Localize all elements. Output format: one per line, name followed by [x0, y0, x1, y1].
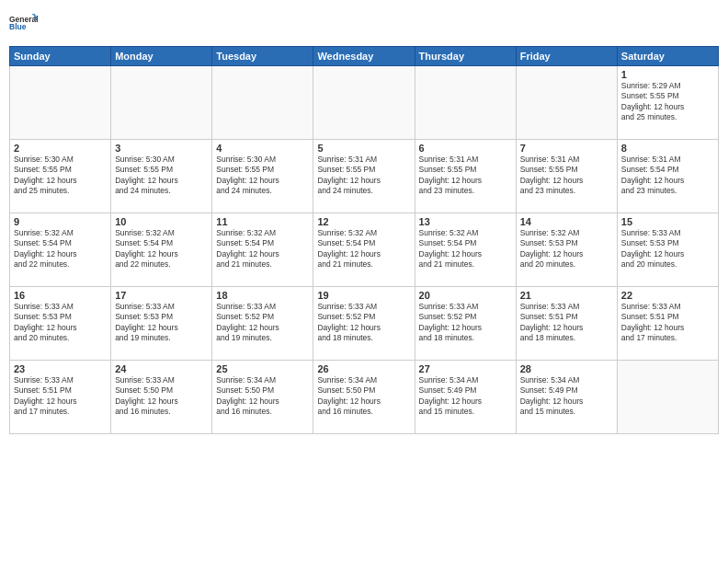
day-number: 2 — [14, 143, 107, 154]
calendar-day-cell — [313, 66, 415, 140]
calendar-day-cell: 18Sunrise: 5:33 AM Sunset: 5:52 PM Dayli… — [212, 287, 313, 361]
calendar-day-cell: 3Sunrise: 5:30 AM Sunset: 5:55 PM Daylig… — [111, 140, 212, 213]
day-info: Sunrise: 5:34 AM Sunset: 5:50 PM Dayligh… — [216, 375, 309, 418]
day-info: Sunrise: 5:33 AM Sunset: 5:53 PM Dayligh… — [115, 302, 208, 344]
calendar-day-cell: 9Sunrise: 5:32 AM Sunset: 5:54 PM Daylig… — [10, 213, 111, 287]
calendar-day-cell: 7Sunrise: 5:31 AM Sunset: 5:55 PM Daylig… — [516, 140, 617, 213]
day-number: 21 — [520, 290, 613, 301]
weekday-header-friday: Friday — [516, 47, 617, 66]
calendar-day-cell: 26Sunrise: 5:34 AM Sunset: 5:50 PM Dayli… — [313, 361, 415, 434]
calendar-week-row: 9Sunrise: 5:32 AM Sunset: 5:54 PM Daylig… — [10, 213, 719, 287]
calendar-day-cell: 4Sunrise: 5:30 AM Sunset: 5:55 PM Daylig… — [212, 140, 313, 213]
day-number: 22 — [621, 290, 714, 301]
calendar-day-cell: 10Sunrise: 5:32 AM Sunset: 5:54 PM Dayli… — [111, 213, 212, 287]
day-info: Sunrise: 5:32 AM Sunset: 5:54 PM Dayligh… — [14, 228, 107, 270]
calendar-day-cell — [10, 66, 111, 140]
day-info: Sunrise: 5:32 AM Sunset: 5:53 PM Dayligh… — [520, 228, 613, 270]
day-number: 15 — [621, 216, 714, 227]
calendar-week-row: 16Sunrise: 5:33 AM Sunset: 5:53 PM Dayli… — [10, 287, 719, 361]
weekday-header-sunday: Sunday — [10, 47, 111, 66]
weekday-header-tuesday: Tuesday — [212, 47, 313, 66]
calendar-week-row: 1Sunrise: 5:29 AM Sunset: 5:55 PM Daylig… — [10, 66, 719, 140]
page: GeneralBlue SundayMondayTuesdayWednesday… — [0, 0, 728, 563]
weekday-header-monday: Monday — [111, 47, 212, 66]
header: GeneralBlue — [9, 9, 719, 39]
calendar-week-row: 23Sunrise: 5:33 AM Sunset: 5:51 PM Dayli… — [10, 361, 719, 434]
calendar-day-cell: 1Sunrise: 5:29 AM Sunset: 5:55 PM Daylig… — [617, 66, 718, 140]
day-number: 10 — [115, 216, 208, 227]
day-number: 9 — [14, 216, 107, 227]
day-info: Sunrise: 5:33 AM Sunset: 5:51 PM Dayligh… — [520, 302, 613, 344]
calendar-day-cell: 8Sunrise: 5:31 AM Sunset: 5:54 PM Daylig… — [617, 140, 718, 213]
day-info: Sunrise: 5:31 AM Sunset: 5:55 PM Dayligh… — [317, 155, 410, 197]
day-info: Sunrise: 5:30 AM Sunset: 5:55 PM Dayligh… — [14, 155, 107, 197]
weekday-header-saturday: Saturday — [617, 47, 718, 66]
calendar-day-cell — [415, 66, 516, 140]
day-number: 11 — [216, 216, 309, 227]
day-info: Sunrise: 5:34 AM Sunset: 5:49 PM Dayligh… — [419, 375, 512, 418]
day-info: Sunrise: 5:33 AM Sunset: 5:50 PM Dayligh… — [115, 375, 208, 418]
day-info: Sunrise: 5:33 AM Sunset: 5:53 PM Dayligh… — [14, 302, 107, 344]
day-info: Sunrise: 5:33 AM Sunset: 5:51 PM Dayligh… — [14, 375, 107, 418]
calendar-day-cell: 16Sunrise: 5:33 AM Sunset: 5:53 PM Dayli… — [10, 287, 111, 361]
day-number: 18 — [216, 290, 309, 301]
day-info: Sunrise: 5:30 AM Sunset: 5:55 PM Dayligh… — [115, 155, 208, 197]
day-number: 8 — [621, 143, 714, 154]
day-number: 13 — [419, 216, 512, 227]
day-number: 26 — [317, 363, 410, 374]
day-number: 3 — [115, 143, 208, 154]
svg-text:Blue: Blue — [9, 22, 27, 31]
day-number: 12 — [317, 216, 410, 227]
calendar-header: SundayMondayTuesdayWednesdayThursdayFrid… — [10, 47, 719, 66]
calendar-week-row: 2Sunrise: 5:30 AM Sunset: 5:55 PM Daylig… — [10, 140, 719, 213]
day-number: 25 — [216, 363, 309, 374]
calendar-day-cell: 23Sunrise: 5:33 AM Sunset: 5:51 PM Dayli… — [10, 361, 111, 434]
day-number: 28 — [520, 363, 613, 374]
day-info: Sunrise: 5:32 AM Sunset: 5:54 PM Dayligh… — [419, 228, 512, 270]
day-info: Sunrise: 5:34 AM Sunset: 5:50 PM Dayligh… — [317, 375, 410, 418]
calendar-day-cell: 28Sunrise: 5:34 AM Sunset: 5:49 PM Dayli… — [516, 361, 617, 434]
calendar-day-cell: 17Sunrise: 5:33 AM Sunset: 5:53 PM Dayli… — [111, 287, 212, 361]
calendar-day-cell: 6Sunrise: 5:31 AM Sunset: 5:55 PM Daylig… — [415, 140, 516, 213]
day-info: Sunrise: 5:33 AM Sunset: 5:53 PM Dayligh… — [621, 228, 714, 270]
calendar-day-cell: 12Sunrise: 5:32 AM Sunset: 5:54 PM Dayli… — [313, 213, 415, 287]
day-number: 14 — [520, 216, 613, 227]
calendar-body: 1Sunrise: 5:29 AM Sunset: 5:55 PM Daylig… — [10, 66, 719, 434]
calendar-day-cell: 11Sunrise: 5:32 AM Sunset: 5:54 PM Dayli… — [212, 213, 313, 287]
day-number: 20 — [419, 290, 512, 301]
weekday-header-wednesday: Wednesday — [313, 47, 415, 66]
calendar-day-cell — [111, 66, 212, 140]
calendar-day-cell: 2Sunrise: 5:30 AM Sunset: 5:55 PM Daylig… — [10, 140, 111, 213]
day-number: 17 — [115, 290, 208, 301]
calendar-day-cell — [212, 66, 313, 140]
calendar-day-cell: 13Sunrise: 5:32 AM Sunset: 5:54 PM Dayli… — [415, 213, 516, 287]
day-info: Sunrise: 5:29 AM Sunset: 5:55 PM Dayligh… — [621, 81, 714, 123]
calendar-day-cell: 21Sunrise: 5:33 AM Sunset: 5:51 PM Dayli… — [516, 287, 617, 361]
calendar-day-cell: 24Sunrise: 5:33 AM Sunset: 5:50 PM Dayli… — [111, 361, 212, 434]
calendar-table: SundayMondayTuesdayWednesdayThursdayFrid… — [9, 46, 719, 434]
calendar-day-cell: 27Sunrise: 5:34 AM Sunset: 5:49 PM Dayli… — [415, 361, 516, 434]
calendar-day-cell: 5Sunrise: 5:31 AM Sunset: 5:55 PM Daylig… — [313, 140, 415, 213]
calendar-day-cell: 14Sunrise: 5:32 AM Sunset: 5:53 PM Dayli… — [516, 213, 617, 287]
day-info: Sunrise: 5:32 AM Sunset: 5:54 PM Dayligh… — [317, 228, 410, 270]
day-number: 1 — [621, 69, 714, 80]
day-number: 24 — [115, 363, 208, 374]
day-info: Sunrise: 5:33 AM Sunset: 5:51 PM Dayligh… — [621, 302, 714, 344]
calendar-day-cell — [516, 66, 617, 140]
day-number: 5 — [317, 143, 410, 154]
day-info: Sunrise: 5:30 AM Sunset: 5:55 PM Dayligh… — [216, 155, 309, 197]
day-number: 16 — [14, 290, 107, 301]
logo: GeneralBlue — [9, 9, 40, 39]
day-number: 19 — [317, 290, 410, 301]
day-info: Sunrise: 5:31 AM Sunset: 5:55 PM Dayligh… — [419, 155, 512, 197]
day-info: Sunrise: 5:33 AM Sunset: 5:52 PM Dayligh… — [317, 302, 410, 344]
day-info: Sunrise: 5:31 AM Sunset: 5:55 PM Dayligh… — [520, 155, 613, 197]
calendar-day-cell — [617, 361, 718, 434]
calendar-day-cell: 22Sunrise: 5:33 AM Sunset: 5:51 PM Dayli… — [617, 287, 718, 361]
day-number: 7 — [520, 143, 613, 154]
day-info: Sunrise: 5:33 AM Sunset: 5:52 PM Dayligh… — [419, 302, 512, 344]
calendar-day-cell: 15Sunrise: 5:33 AM Sunset: 5:53 PM Dayli… — [617, 213, 718, 287]
day-info: Sunrise: 5:33 AM Sunset: 5:52 PM Dayligh… — [216, 302, 309, 344]
day-info: Sunrise: 5:34 AM Sunset: 5:49 PM Dayligh… — [520, 375, 613, 418]
calendar-day-cell: 20Sunrise: 5:33 AM Sunset: 5:52 PM Dayli… — [415, 287, 516, 361]
